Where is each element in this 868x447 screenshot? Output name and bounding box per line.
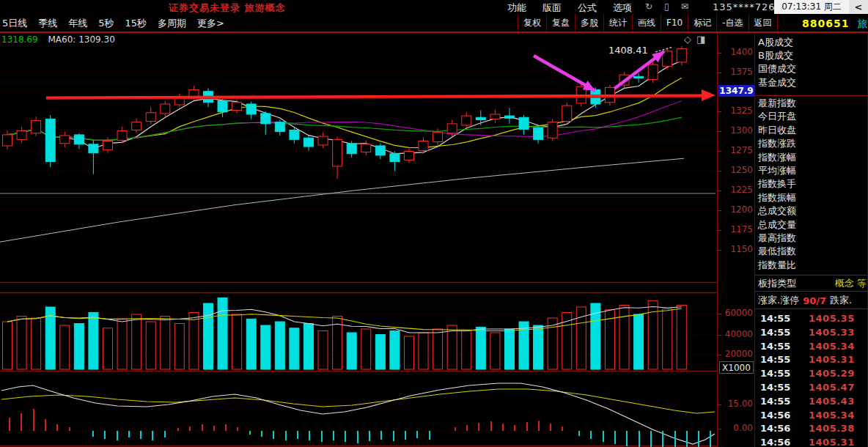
decliners-label: 跌家. bbox=[830, 294, 852, 307]
period-tab[interactable]: 5秒 bbox=[98, 17, 114, 30]
advancers-decliners-row: 涨家.涨停90/7跌家. bbox=[755, 294, 868, 307]
volume-bar bbox=[663, 309, 672, 370]
board-type-value: 概念 等 bbox=[835, 277, 867, 290]
volume-axis-label: 40000 bbox=[718, 329, 753, 339]
axis-tick-mark bbox=[718, 230, 721, 231]
ma30-value: 1318.69 bbox=[1, 34, 38, 45]
chart-area[interactable]: 1318.69 MA60: 1309.30 1408.41 ◇ ◨ bbox=[0, 33, 717, 447]
menu-layout[interactable]: 版面 bbox=[542, 1, 562, 15]
toolbar-button[interactable]: 标记 bbox=[688, 14, 716, 32]
indicator-axis-label: 0.00 bbox=[718, 423, 753, 433]
info-item: 国债成交 bbox=[755, 62, 868, 75]
index-stat-item: 指数量比 bbox=[755, 259, 868, 272]
price-axis-label: 1225 bbox=[718, 185, 753, 195]
price-axis-label: 1150 bbox=[718, 244, 753, 254]
candle-body bbox=[476, 117, 485, 119]
price-axis-label: 1300 bbox=[718, 125, 753, 136]
advancers-value: 90/7 bbox=[803, 295, 826, 306]
menu-formula[interactable]: 公式 bbox=[578, 1, 597, 15]
candle-body bbox=[3, 135, 12, 146]
volume-bar bbox=[89, 313, 98, 370]
candle-body bbox=[246, 104, 256, 114]
panel-toggle-icon[interactable]: ◨ bbox=[696, 34, 705, 45]
candle-body bbox=[562, 106, 572, 122]
candle-body bbox=[347, 144, 356, 154]
account-phone-number: 135****7268 bbox=[713, 1, 782, 12]
quote-price: 1405.35 bbox=[809, 313, 855, 324]
info-item: A股成交 bbox=[755, 36, 868, 49]
quote-price: 1405.33 bbox=[809, 327, 855, 338]
toolbar-button[interactable]: 返回 bbox=[749, 14, 778, 32]
period-tab[interactable]: 更多> bbox=[197, 17, 224, 30]
volume-bar bbox=[504, 329, 514, 369]
candle-body bbox=[433, 133, 443, 142]
quote-row: 14:551405.33 bbox=[755, 326, 868, 339]
volume-bar bbox=[146, 322, 155, 369]
index-stat-item: 平均涨幅 bbox=[755, 164, 868, 177]
index-stat-item: 总成交量 bbox=[755, 218, 868, 232]
period-tab[interactable]: 多周期 bbox=[158, 17, 186, 30]
price-axis-label: 1275 bbox=[718, 145, 753, 155]
index-info-panel: A股成交B股成交国债成交基金成交最新指数今日开盘昨日收盘指数涨跌指数涨幅平均涨幅… bbox=[755, 33, 868, 447]
toolbar-button[interactable]: 统计 bbox=[603, 14, 632, 32]
panel-divider bbox=[755, 309, 868, 309]
candlestick-chart-canvas[interactable] bbox=[0, 33, 717, 447]
toolbar-button[interactable]: -自选 bbox=[716, 14, 748, 32]
toolbar-button[interactable]: 画线 bbox=[632, 14, 661, 32]
quote-time: 14:55 bbox=[760, 327, 790, 338]
candle-body bbox=[275, 122, 284, 132]
symbol-name: 旅游概念 bbox=[858, 18, 868, 29]
volume-bar bbox=[534, 325, 543, 369]
period-tab[interactable]: 15秒 bbox=[125, 17, 147, 30]
toolbar-button[interactable]: 复盘 bbox=[546, 14, 575, 32]
main-menu: 功能 版面 公式 选项 bbox=[507, 1, 632, 15]
phone-icon[interactable]: ▯ bbox=[664, 1, 669, 12]
menu-function[interactable]: 功能 bbox=[507, 1, 526, 15]
candle-body bbox=[390, 154, 400, 162]
volume-bar bbox=[132, 314, 141, 369]
board-type-row: 板指类型概念 等 bbox=[755, 277, 868, 290]
candle-body bbox=[634, 76, 644, 78]
candle-body bbox=[534, 128, 543, 139]
period-tab[interactable]: 季线 bbox=[38, 17, 57, 30]
candle-body bbox=[548, 122, 557, 138]
quote-time: 14:56 bbox=[760, 423, 790, 434]
period-tab[interactable]: 年线 bbox=[68, 17, 87, 30]
volume-bar bbox=[74, 324, 84, 370]
axis-tick-mark bbox=[718, 355, 721, 355]
advancers-label: 涨家.涨停 bbox=[758, 294, 799, 307]
volume-bar bbox=[619, 306, 629, 370]
volume-bar bbox=[232, 314, 242, 369]
menu-options[interactable]: 选项 bbox=[613, 1, 632, 15]
toolbar-button[interactable]: 复权 bbox=[518, 14, 546, 32]
refresh-icon[interactable]: ↻ bbox=[645, 1, 652, 12]
clock-display: 07:13:31 周二 bbox=[774, 0, 849, 14]
volume-bar bbox=[648, 300, 658, 369]
index-stat-item: 最低指数 bbox=[755, 245, 868, 258]
trend-line-arrowhead bbox=[702, 89, 716, 101]
candle-body bbox=[318, 136, 328, 145]
diamond-marker-icon[interactable]: ◇ bbox=[684, 34, 691, 45]
toolbar-button[interactable]: F10 bbox=[661, 14, 688, 32]
toolbar-button[interactable]: 多股 bbox=[575, 14, 603, 32]
volume-unit-box: X1000 bbox=[719, 361, 754, 374]
candle-body bbox=[161, 104, 170, 114]
volume-bar bbox=[203, 303, 213, 369]
quote-time: 14:55 bbox=[760, 313, 790, 324]
collapse-chevron-icon[interactable]: < bbox=[849, 0, 868, 14]
ma-long-line bbox=[7, 117, 682, 140]
price-axis-label: 1325 bbox=[718, 106, 753, 116]
long-term-ma-line bbox=[0, 158, 684, 242]
volume-bar bbox=[361, 329, 371, 369]
candle-body bbox=[89, 144, 98, 153]
quote-row: 14:551405.35 bbox=[755, 312, 868, 325]
candle-body bbox=[74, 135, 84, 144]
mail-icon[interactable]: ✉ bbox=[681, 1, 688, 12]
period-tab[interactable]: 5日线 bbox=[2, 17, 27, 30]
volume-bar bbox=[103, 328, 112, 369]
index-stat-item: 指数涨幅 bbox=[755, 151, 868, 164]
price-axis-label: 1200 bbox=[718, 204, 753, 215]
trading-terminal-window: 证券交易未登录 旅游概念 功能 版面 公式 选项 ↻ ▯ ✉ 135****72… bbox=[0, 0, 868, 447]
volume-bar bbox=[32, 318, 41, 369]
volume-bar bbox=[60, 325, 70, 369]
